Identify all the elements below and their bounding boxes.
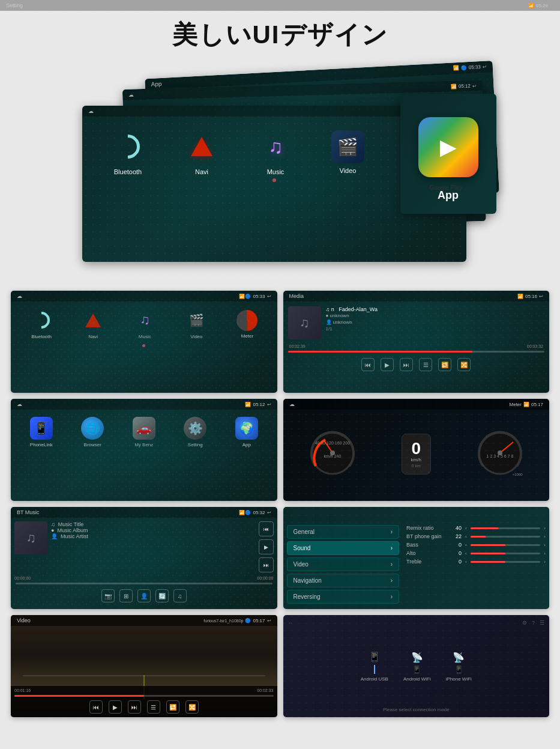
- media-artist2: 👤 unknown: [326, 319, 545, 326]
- settings-bass: Bass 0 ‹ ›: [406, 542, 546, 548]
- video-repeat[interactable]: 🔁: [166, 700, 179, 714]
- bt-music-status: 📶🔵 05:32 ↩: [239, 510, 271, 515]
- media-track-name: ♫ n Faded-Alan_Wa: [326, 306, 545, 312]
- bluetooth-icon: [110, 129, 146, 165]
- bt-ctrl-col: ⏮ ▶ ⏭: [259, 521, 274, 572]
- app-navi: Navi: [184, 129, 220, 175]
- bt-artist-row: 👤Music Artist: [51, 533, 255, 539]
- settings-treble: Treble 0 ‹ ›: [406, 559, 546, 565]
- media-label: Media: [289, 293, 304, 299]
- hero-back2-status: 📶 🔵 05:33 ↩: [453, 64, 486, 71]
- settings-alto: Alto 0 ‹ ›: [406, 550, 546, 556]
- hero-side-card: ▶ Google Play... App: [400, 94, 496, 214]
- settings-bt-phone-gain: BT phone gain 22 ‹ ›: [406, 533, 546, 539]
- video-controls: ⏮ ▶ ⏭ ☰ 🔁 🔀: [14, 699, 274, 715]
- video-progress: [14, 695, 274, 697]
- settings-content: Remix ratio 40 ‹ › BT phone gain 22 ‹ ›: [403, 520, 549, 609]
- settings-remix-ratio: Remix ratio 40 ‹ ›: [406, 525, 546, 531]
- app-bluetooth: Bluetooth: [110, 129, 146, 175]
- app-video: 🎬 Video: [331, 130, 364, 174]
- bt-play-btn[interactable]: ▶: [259, 539, 274, 554]
- video-time-end: 00:02:33: [257, 688, 273, 693]
- bt-title-row: ♫Music Title: [51, 521, 255, 527]
- music-icon: ♫: [257, 129, 294, 165]
- navi-icon: [184, 129, 220, 165]
- video-list[interactable]: ☰: [147, 700, 160, 714]
- bt-music-info: ♫Music Title ●Music Album 👤Music Artist: [51, 521, 255, 572]
- settings-menu: General› Sound› Video› Navigation› Rever…: [283, 520, 403, 609]
- settings-navigation[interactable]: Navigation›: [287, 574, 400, 587]
- google-play-icon: ▶: [418, 117, 478, 177]
- bt-next-btn[interactable]: ⏭: [259, 557, 274, 572]
- bt-music-label: BT Music: [17, 509, 39, 515]
- hero-back2-label: App: [151, 80, 161, 88]
- video-label: Video: [17, 617, 31, 623]
- screen-settings: Setting 📶 05:28 ↩ General› Sound› Video›: [283, 507, 550, 609]
- settings-video[interactable]: Video›: [287, 557, 400, 571]
- bt-prev-btn[interactable]: ⏮: [259, 521, 274, 536]
- screen-video: Video furious7-tsr1_h1080p 🔵 05:17 ↩ 00:…: [11, 615, 277, 717]
- settings-sound[interactable]: Sound›: [287, 541, 400, 555]
- meter-status: Meter 📶 05:17: [510, 402, 543, 407]
- phonelink-status: 📶 05:12 ↩: [245, 402, 271, 407]
- media-album-art: ♫: [288, 306, 321, 339]
- video-filename: furious7-tsr1_h1080p: [203, 619, 243, 623]
- hero-back1-status: 📶 05:12 ↩: [450, 83, 476, 89]
- video-prev[interactable]: ⏮: [89, 700, 103, 714]
- video-time-start: 00:01:16: [14, 688, 31, 693]
- screenshots-grid: ☁ 📶🔵 05:33 ↩ Bluetooth: [0, 291, 560, 609]
- screenshot-stack: App 📶 🔵 05:33 ↩ ☁ 📶 05:12: [64, 76, 496, 280]
- home-small-status: 📶🔵 05:33 ↩: [239, 294, 271, 299]
- video-play[interactable]: ▶: [109, 700, 122, 714]
- media-artist1: ● unknown: [326, 312, 545, 319]
- bt-album-art: ♫: [14, 521, 47, 554]
- video-status: furious7-tsr1_h1080p 🔵 05:17 ↩: [203, 618, 271, 623]
- side-app-label: App: [438, 189, 459, 201]
- app-music: ♫ Music: [257, 129, 294, 175]
- media-status: 📶 05:16 ↩: [517, 294, 543, 299]
- video-next[interactable]: ⏭: [128, 700, 141, 714]
- settings-general[interactable]: General›: [287, 525, 400, 539]
- settings-reversing[interactable]: Reversing›: [287, 590, 400, 604]
- video-shuffle[interactable]: 🔀: [185, 700, 199, 714]
- media-tracknum: 1/1: [326, 326, 545, 332]
- bt-album-row: ●Music Album: [51, 527, 255, 533]
- video-icon: 🎬: [331, 130, 364, 163]
